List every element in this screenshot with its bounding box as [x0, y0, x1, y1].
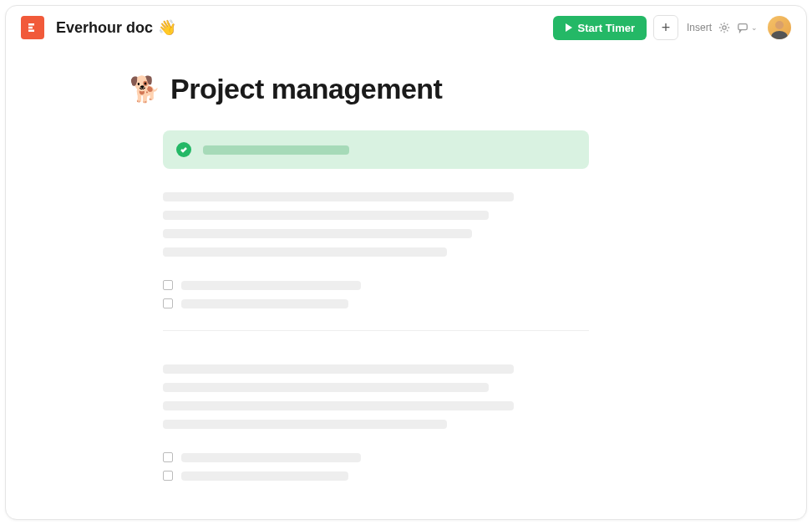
text-placeholder-line — [163, 420, 447, 429]
play-icon — [565, 23, 573, 32]
svg-point-4 — [723, 26, 726, 29]
text-placeholder-line — [163, 192, 514, 201]
user-avatar[interactable] — [768, 16, 791, 39]
callout-placeholder-text — [203, 145, 349, 155]
success-callout[interactable] — [163, 130, 589, 169]
dog-emoji: 🐕 — [129, 74, 160, 104]
checklist-item[interactable] — [163, 280, 589, 290]
chevron-down-icon: ⌄ — [751, 23, 758, 32]
document-content: 🐕 Project management — [6, 49, 806, 519]
app-logo[interactable] — [21, 16, 44, 39]
svg-rect-3 — [28, 30, 34, 33]
doc-title[interactable]: Everhour doc 👋 — [56, 18, 176, 37]
header: Everhour doc 👋 Start Timer + Insert ⌄ — [6, 6, 806, 49]
page-title: Project management — [170, 73, 442, 105]
text-placeholder-line — [163, 401, 514, 410]
checklist-item[interactable] — [163, 452, 589, 462]
checklist-item[interactable] — [163, 471, 589, 481]
gear-icon — [718, 22, 730, 33]
checklist-text-placeholder — [181, 281, 361, 290]
start-timer-label: Start Timer — [578, 22, 635, 34]
checkbox[interactable] — [163, 452, 173, 462]
inner-content — [163, 130, 589, 481]
text-placeholder-line — [163, 364, 514, 374]
text-placeholder-line — [163, 229, 472, 238]
start-timer-button[interactable]: Start Timer — [553, 16, 647, 40]
checkbox[interactable] — [163, 471, 173, 481]
svg-rect-2 — [28, 27, 33, 29]
add-button[interactable]: + — [653, 15, 678, 40]
app-frame: Everhour doc 👋 Start Timer + Insert ⌄ — [5, 5, 807, 520]
checklist-text-placeholder — [181, 299, 348, 308]
insert-label: Insert — [687, 22, 712, 33]
text-placeholder-line — [163, 211, 489, 220]
logo-icon — [26, 21, 39, 34]
paragraph-block[interactable] — [163, 192, 589, 257]
wave-emoji: 👋 — [158, 18, 176, 37]
checklist-text-placeholder — [181, 453, 361, 462]
text-placeholder-line — [163, 383, 489, 392]
svg-rect-1 — [28, 23, 34, 26]
settings-button[interactable] — [718, 22, 730, 33]
divider — [163, 330, 589, 331]
chat-icon — [737, 22, 749, 33]
checklist-text-placeholder — [181, 471, 348, 481]
doc-title-text: Everhour doc — [56, 19, 153, 37]
paragraph-block[interactable] — [163, 364, 589, 429]
svg-rect-5 — [738, 24, 748, 30]
comments-button[interactable]: ⌄ — [737, 22, 758, 33]
checklist-block — [163, 280, 589, 308]
checkbox[interactable] — [163, 280, 173, 290]
text-placeholder-line — [163, 247, 447, 257]
insert-button[interactable]: Insert — [687, 22, 712, 33]
check-circle-icon — [176, 142, 191, 157]
plus-icon: + — [662, 19, 671, 37]
checklist-item[interactable] — [163, 298, 589, 308]
page-heading[interactable]: 🐕 Project management — [129, 73, 806, 105]
checkbox[interactable] — [163, 298, 173, 308]
checklist-block — [163, 452, 589, 481]
